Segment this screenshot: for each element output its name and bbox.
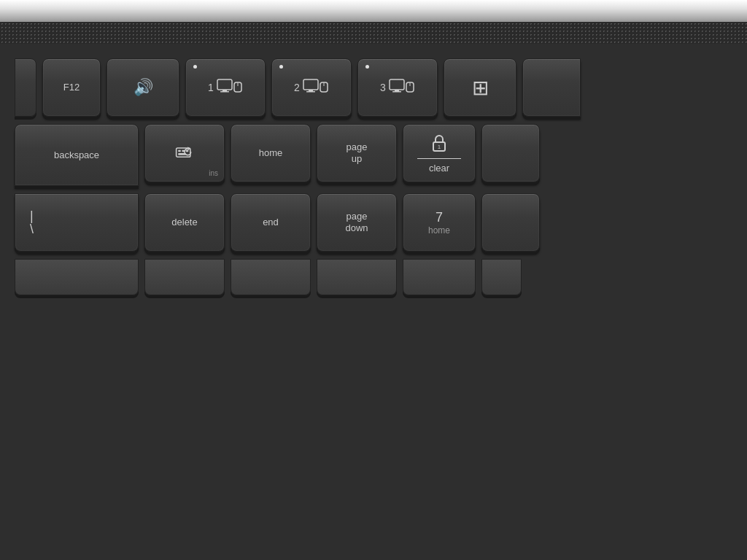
partial-right3-key[interactable] [481,193,540,252]
delete-label: delete [171,217,197,228]
svg-rect-6 [309,90,313,91]
dot-indicator [365,65,369,69]
page-down-label: pagedown [345,211,368,233]
ins-label: ins [209,169,218,177]
dot-indicator [193,65,197,69]
svg-text:1: 1 [438,144,441,150]
nav-row-1: backspace ins home [0,124,747,186]
bottom-key-3[interactable] [231,259,311,295]
svg-rect-0 [217,79,232,90]
bottom-key-1[interactable] [15,259,139,295]
page-up-label: pageup [347,141,368,164]
svg-rect-10 [390,79,404,90]
backslash-char: \ [30,222,34,236]
keyboard-container: F12 🔊 1 [0,0,747,560]
lock-icon: 1 [428,133,450,155]
volume-key[interactable]: 🔊 [107,58,179,117]
device2-key[interactable]: 2 [271,58,352,117]
page-up-key[interactable]: pageup [317,124,397,182]
end-label: end [263,217,279,228]
pipe-char: | [30,209,34,222]
page-down-key[interactable]: pagedown [317,193,397,252]
device3-number: 3 [380,82,386,93]
clear-key[interactable]: 1 clear [403,124,476,182]
volume-icon: 🔊 [133,78,153,97]
backslash-content: | \ [15,209,138,236]
svg-rect-2 [220,91,229,93]
bottom-key-6[interactable] [481,259,522,295]
end-key[interactable]: end [231,193,311,252]
device-icon [217,79,243,96]
device2-number: 2 [294,82,300,93]
bottom-key-4[interactable] [317,259,397,295]
device-icon [303,79,329,96]
svg-rect-11 [395,90,399,91]
device3-content: 3 [380,79,415,96]
device2-content: 2 [294,79,329,96]
svg-rect-7 [306,91,315,93]
ins-key[interactable]: ins [144,124,225,182]
calculator-key[interactable]: ⊞ [444,58,516,117]
keyboard-body: F12 🔊 1 [0,44,747,560]
numpad-7-key[interactable]: 7 home [403,193,476,252]
backspace-key[interactable]: backspace [15,124,139,186]
home-label: home [259,147,283,159]
backspace-label: backspace [54,149,99,161]
backslash-key[interactable]: | \ [15,193,139,252]
lock-container: 1 [428,133,450,155]
partial-right2-key[interactable] [481,124,540,182]
dot-indicator [279,65,283,69]
calc-icon: ⊞ [472,76,489,100]
svg-rect-12 [392,91,401,93]
device1-key[interactable]: 1 [185,58,266,117]
bottom-key-5[interactable] [403,259,476,295]
bottom-key-2[interactable] [144,259,225,295]
device-icon [389,79,415,96]
nav-row-2: | \ delete end pagedown 7 home [0,193,747,252]
left-partial-key[interactable] [15,58,36,117]
device1-number: 1 [208,82,214,93]
numpad-7-number: 7 [436,210,443,225]
clear-divider [417,158,461,159]
svg-rect-5 [303,79,318,90]
numpad-7-label: home [428,225,450,236]
keyboard-reset-icon [174,143,195,163]
device1-content: 1 [208,79,243,96]
bottom-row [0,259,747,295]
partial-right-key[interactable] [522,58,581,117]
svg-rect-1 [222,90,227,91]
delete-key[interactable]: delete [144,193,225,252]
svg-rect-16 [178,150,181,152]
function-row: F12 🔊 1 [0,58,747,117]
dotted-strip [0,22,747,44]
device3-key[interactable]: 3 [357,58,438,117]
clear-label: clear [429,163,449,174]
home-key[interactable]: home [231,124,311,182]
top-bezel [0,0,747,44]
f12-key[interactable]: F12 [42,58,101,117]
